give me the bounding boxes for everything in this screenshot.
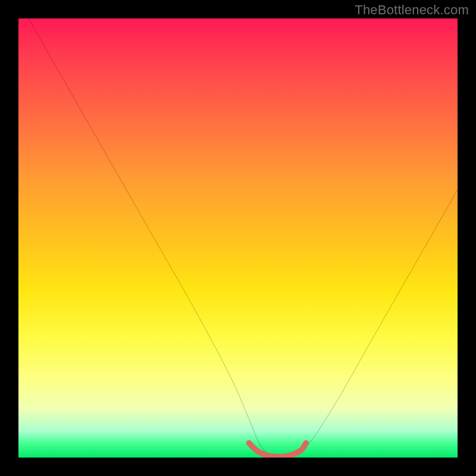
bottleneck-curve-path <box>18 18 458 458</box>
plot-area <box>18 18 458 458</box>
watermark-text: TheBottleneck.com <box>355 2 469 18</box>
sweet-spot-band-path <box>249 443 306 457</box>
chart-svg <box>18 18 458 458</box>
chart-frame: TheBottleneck.com <box>0 0 476 476</box>
